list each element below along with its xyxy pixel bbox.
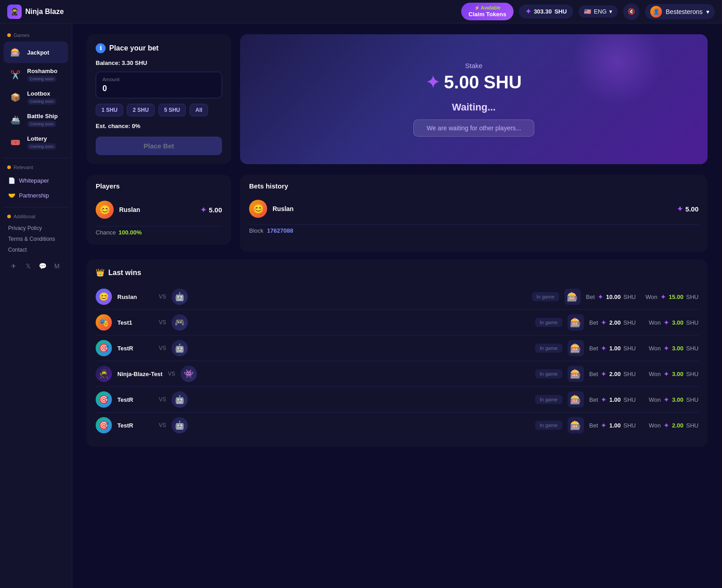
game-icon-0: 🎰 [565,289,581,305]
player-avatar: 😊 [96,201,114,219]
bet-info-1: Bet ✦ 2.00 SHU [589,318,643,327]
claim-tokens-button[interactable]: ⚡ Available Claim Tokens [461,3,514,21]
last-wins-section: 👑 Last wins 😊 Ruslan VS 🤖 In game 🎰 Bet … [87,259,708,447]
win-p1-name-3: Ninja-Blaze-Test [117,371,162,377]
win-p1-avatar-2: 🎯 [96,340,112,356]
balance-row: Balance: 3.30 SHU [96,60,222,66]
jackpot-icon: 🎰 [8,45,23,60]
telegram-icon[interactable]: ✈ [8,261,19,271]
sidebar-item-lottery[interactable]: 🎟️ Lottery Coming soon [4,132,68,153]
preset-1shu[interactable]: 1 SHU [96,104,123,116]
battleship-label: Battle Ship [27,113,64,119]
players-title: Players [96,182,222,190]
header: 🥷 Ninja Blaze ⚡ Available Claim Tokens ✦… [0,0,722,23]
bets-history-section: Bets history 😊 Ruslan ✦ 5.00 Block 17627… [240,175,708,252]
roshambo-coming-soon: Coming soon [27,76,56,82]
main-content: ℹ Place your bet Balance: 3.30 SHU Amoun… [72,23,722,588]
sidebar-item-partnership[interactable]: 🤝 Partnership [4,188,68,202]
win-p1-avatar-3: 🥷 [96,366,112,382]
vs-text-2: VS [159,345,166,351]
user-menu-button[interactable]: 👤 Bestesterons ▾ [645,4,715,19]
app-name: Ninja Blaze [25,8,64,16]
player-row: 😊 Ruslan ✦ 5.00 [96,196,222,223]
stake-label: Stake [465,62,482,69]
win-p2-avatar-5: 🤖 [171,417,188,433]
waiting-message: We are waiting for other players... [413,119,534,137]
additional-section-title: Additional [4,212,68,223]
flag-icon: 🇺🇸 [584,8,591,15]
twitter-icon[interactable]: 𝕏 [23,261,33,271]
win-row-5: 🎯 TestR VS 🤖 In game 🎰 Bet ✦ 1.00 SHU Wo… [96,413,699,438]
whitepaper-icon: 📄 [8,177,15,184]
sidebar-item-lootbox[interactable]: 📦 Lootbox Coming soon [4,87,68,108]
user-chevron-icon: ▾ [706,8,709,15]
balance-value: 303.30 [534,8,552,15]
sound-toggle-button[interactable]: 🔇 [623,4,639,20]
vs-text-5: VS [159,422,166,428]
sidebar-item-whitepaper[interactable]: 📄 Whitepaper [4,174,68,188]
game-icon-1: 🎰 [568,314,584,331]
in-game-badge-0: In game [532,292,559,301]
logo-icon: 🥷 [7,5,22,19]
est-chance-value: 0% [132,123,140,129]
vs-text-4: VS [159,396,166,403]
win-p2-avatar-2: 🤖 [171,340,188,356]
shu-balance: ✦ 303.30 SHU [519,5,573,18]
est-chance: Est. chance: 0% [96,123,222,129]
sidebar-item-roshambo[interactable]: ✂️ Roshambo Coming soon [4,64,68,86]
terms-link[interactable]: Terms & Conditions [4,234,68,244]
win-row-4: 🎯 TestR VS 🤖 In game 🎰 Bet ✦ 1.00 SHU Wo… [96,387,699,413]
sidebar-item-jackpot[interactable]: 🎰 Jackpot [4,41,68,63]
vs-text-1: VS [159,319,166,326]
bet-info-4: Bet ✦ 1.00 SHU [589,395,643,404]
game-icon-4: 🎰 [568,391,584,408]
win-p1-avatar-1: 🎭 [96,314,112,331]
games-section-title: Games [4,31,68,41]
battleship-icon: 🚢 [8,113,23,127]
players-section: Players 😊 Ruslan ✦ 5.00 Chance 100.00% [87,175,231,245]
in-game-badge-3: In game [535,369,562,378]
place-bet-button[interactable]: Place Bet [96,137,222,155]
preset-5shu[interactable]: 5 SHU [158,104,186,116]
user-avatar: 👤 [650,6,662,18]
roshambo-icon: ✂️ [8,68,23,82]
in-game-badge-2: In game [535,344,562,353]
win-p1-avatar-5: 🎯 [96,417,112,433]
chevron-down-icon: ▾ [609,8,612,15]
preset-2shu[interactable]: 2 SHU [127,104,154,116]
whitepaper-label: Whitepaper [19,177,49,184]
lang-label: ENG [594,8,606,15]
chance-row: Chance 100.00% [96,226,222,238]
bets-history-title: Bets history [249,182,699,190]
bet-star-icon: ✦ [200,206,206,214]
win-p2-avatar-4: 🤖 [171,391,188,408]
username: Bestesterons [666,8,703,15]
in-game-badge-1: In game [535,318,562,327]
win-row-0: 😊 Ruslan VS 🤖 In game 🎰 Bet ✦ 10.00 SHU … [96,284,699,310]
contact-link[interactable]: Contact [4,244,68,255]
win-row-3: 🥷 Ninja-Blaze-Test VS 👾 In game 🎰 Bet ✦ … [96,361,699,387]
discord-icon[interactable]: 💬 [37,261,48,271]
bet-info-2: Bet ✦ 1.00 SHU [589,344,643,353]
battleship-coming-soon: Coming soon [27,121,56,127]
stake-amount: ✦ 5.00 SHU [426,72,522,92]
preset-all[interactable]: All [190,104,208,116]
medium-icon[interactable]: M [51,261,62,271]
won-info-4: Won ✦ 3.00 SHU [649,395,699,404]
privacy-policy-link[interactable]: Privacy Policy [4,223,68,234]
sidebar-item-battleship[interactable]: 🚢 Battle Ship Coming soon [4,109,68,131]
block-value: 17627088 [267,227,293,234]
lottery-icon: 🎟️ [8,135,23,150]
won-info-3: Won ✦ 3.00 SHU [649,370,699,378]
player-bet: ✦ 5.00 [200,206,222,214]
win-p2-avatar-1: 🎮 [171,314,188,331]
history-row: 😊 Ruslan ✦ 5.00 [249,196,699,221]
amount-input[interactable] [102,84,215,93]
social-links: ✈ 𝕏 💬 M [4,257,68,275]
won-info-2: Won ✦ 3.00 SHU [649,344,699,353]
win-row-1: 🎭 Test1 VS 🎮 In game 🎰 Bet ✦ 2.00 SHU Wo… [96,310,699,335]
history-player-bet: ✦ 5.00 [677,205,699,213]
stake-panel: Stake ✦ 5.00 SHU Waiting... We are waiti… [240,34,708,164]
language-selector[interactable]: 🇺🇸 ENG ▾ [579,5,618,18]
vs-text-0: VS [159,294,166,300]
